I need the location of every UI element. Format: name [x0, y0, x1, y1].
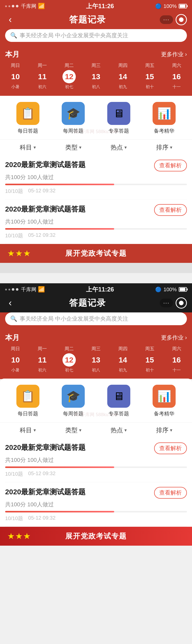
search-bar-2[interactable]: 🔍 事关经济全局 中小企业发展受中央高度关注	[5, 312, 187, 325]
cal-day-label: 周三	[91, 346, 101, 352]
header-2: ‹ 答题记录 ···	[0, 295, 192, 312]
filter-label-subject: 科目	[20, 426, 32, 434]
status-right: 🔵 100%	[155, 3, 187, 9]
filter-label-hotspot: 热点	[111, 143, 123, 151]
cal-day-label: 周四	[118, 346, 127, 352]
filter-sort[interactable]: 排序▾	[142, 426, 187, 434]
search-icon: 🔍	[10, 32, 17, 39]
signal-dot-4	[16, 5, 18, 7]
header-actions: ···	[160, 14, 187, 25]
icon-box-prep: 📊	[153, 102, 176, 125]
cal-cell-10[interactable]: 周日10小暑	[3, 61, 28, 91]
view-analysis-btn-0[interactable]: 查看解析	[154, 442, 187, 454]
quiz-progress-fill-1	[5, 228, 114, 230]
icon-box-special: 🖥	[107, 385, 130, 408]
battery-icon	[179, 4, 187, 8]
icon-item-daily[interactable]: 📋每日答题	[16, 385, 39, 417]
bluetooth-icon-2: 🔵	[155, 286, 162, 292]
battery-percent-2: 100%	[164, 287, 177, 292]
star-2-1: ★	[8, 532, 15, 541]
star-3: ★	[24, 249, 30, 258]
more-homework-link[interactable]: 更多作业 ›	[161, 51, 187, 58]
banner-stars-2: ★ ★ ★	[0, 527, 192, 546]
icon-label-weekly: 每周答题	[63, 410, 83, 417]
quiz-meta-0: 共100分 100人做过	[5, 173, 187, 181]
cal-cell-15[interactable]: 周五15初十	[137, 345, 163, 374]
more-button[interactable]: ···	[160, 15, 173, 24]
status-right-2: 🔵 100%	[155, 286, 187, 292]
calendar-header: 本月 更多作业 ›	[0, 46, 192, 61]
record-button[interactable]	[176, 14, 187, 25]
view-analysis-btn-1[interactable]: 查看解析	[154, 204, 187, 216]
quiz-item-1: 2020最新党章测试题答题查看解析共100分 100人做过10/10题05-12…	[5, 200, 187, 244]
icon-item-daily[interactable]: 📋每日答题	[16, 102, 39, 134]
cal-day-label: 周六	[172, 62, 181, 68]
cal-cell-15[interactable]: 周五15初十	[137, 61, 163, 91]
more-button-2[interactable]: ···	[160, 299, 173, 307]
calendar-header-2: 本月 更多作业 ›	[0, 329, 192, 345]
search-input[interactable]: 事关经济全局 中小企业发展受中央高度关注	[20, 32, 182, 39]
cal-cell-16[interactable]: 周六16十一	[164, 61, 189, 91]
search-icon-2: 🔍	[10, 315, 17, 322]
bottom-banner[interactable]: ★ ★ ★ 展开党政考试专题	[0, 244, 192, 263]
icon-item-prep[interactable]: 📊备考精华	[153, 102, 176, 134]
icon-item-weekly[interactable]: 🎓每周答题	[62, 102, 85, 134]
back-button[interactable]: ‹	[5, 15, 15, 25]
quiz-question-count-1: 10/10题	[5, 232, 23, 239]
quiz-footer-1: 10/10题05-12 09:32	[5, 232, 187, 239]
spacer	[0, 263, 192, 273]
cal-lunar: 小暑	[11, 84, 19, 90]
cal-cell-12[interactable]: 周二12初七	[56, 61, 82, 91]
cal-cell-16[interactable]: 周六16十一	[164, 345, 189, 374]
quiz-item-1: 2020最新党章测试题答题查看解析共100分 100人做过10/10题05-12…	[5, 482, 187, 527]
carrier-label-2: 千库网	[21, 286, 36, 293]
cal-lunar: 初六	[38, 368, 46, 373]
signal-dot-2-1	[5, 289, 7, 290]
cal-cell-10[interactable]: 周日10小暑	[3, 345, 28, 374]
cal-cell-11[interactable]: 周一11初六	[29, 345, 55, 374]
more-homework-link-2[interactable]: 更多作业 ›	[161, 334, 187, 342]
search-input-2[interactable]: 事关经济全局 中小企业发展受中央高度关注	[20, 315, 182, 323]
cal-day-label: 周五	[145, 346, 154, 352]
cal-day-label: 周一	[38, 62, 47, 68]
cal-day-label: 周一	[38, 346, 47, 352]
cal-cell-13[interactable]: 周三13初八	[83, 345, 109, 374]
quiz-title-text-1: 2020最新党章测试题答题	[5, 204, 150, 214]
cal-cell-11[interactable]: 周一11初六	[29, 61, 55, 91]
quiz-list: 2020最新党章测试题答题查看解析共100分 100人做过10/10题05-12…	[0, 155, 192, 244]
cal-cell-13[interactable]: 周三13初八	[83, 61, 109, 91]
cal-cell-12[interactable]: 周二12初七	[56, 345, 82, 374]
cal-day-label: 周日	[11, 62, 20, 68]
cal-date: 16	[170, 70, 183, 83]
back-button-2[interactable]: ‹	[5, 298, 15, 308]
icons-section-2: 📋每日答题🎓每周答题🖥专享答题📊备考精华	[0, 379, 192, 422]
filter-type[interactable]: 类型▾	[51, 143, 96, 151]
view-analysis-btn-0[interactable]: 查看解析	[154, 160, 187, 171]
bottom-banner-2[interactable]: ★ ★ ★ 展开党政考试专题	[0, 527, 192, 546]
cal-lunar: 初十	[146, 368, 154, 373]
quiz-item-0: 2020最新党章测试题答题查看解析共100分 100人做过10/10题05-12…	[5, 438, 187, 482]
filter-type[interactable]: 类型▾	[51, 426, 96, 434]
filter-subject[interactable]: 科目▾	[5, 426, 51, 434]
star-2-2: ★	[16, 532, 23, 541]
search-bar[interactable]: 🔍 事关经济全局 中小企业发展受中央高度关注	[5, 29, 187, 42]
cal-day-label: 周四	[118, 62, 127, 68]
filter-sort[interactable]: 排序▾	[142, 143, 187, 151]
icon-item-special[interactable]: 🖥专享答题	[107, 385, 130, 417]
icon-item-special[interactable]: 🖥专享答题	[107, 102, 130, 134]
battery-percent: 100%	[164, 3, 177, 9]
icon-item-prep[interactable]: 📊备考精华	[153, 385, 176, 417]
star-2: ★	[16, 249, 23, 258]
quiz-footer-0: 10/10题05-12 09:32	[5, 471, 187, 477]
filter-subject[interactable]: 科目▾	[5, 143, 51, 151]
icon-box-daily: 📋	[16, 385, 39, 408]
quiz-title-text-1: 2020最新党章测试题答题	[5, 487, 150, 497]
record-button-2[interactable]	[176, 297, 187, 309]
filter-bar: 科目▾类型▾热点▾排序▾	[0, 139, 192, 155]
cal-cell-14[interactable]: 周四14初九	[110, 61, 136, 91]
view-analysis-btn-1[interactable]: 查看解析	[154, 487, 187, 499]
icon-item-weekly[interactable]: 🎓每周答题	[62, 385, 85, 417]
filter-hotspot[interactable]: 热点▾	[96, 426, 142, 434]
cal-cell-14[interactable]: 周四14初九	[110, 345, 136, 374]
filter-hotspot[interactable]: 热点▾	[96, 143, 142, 151]
